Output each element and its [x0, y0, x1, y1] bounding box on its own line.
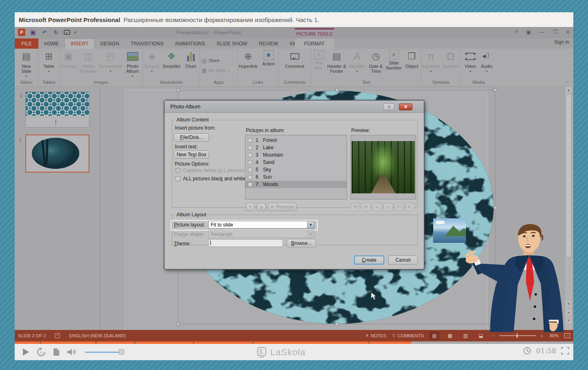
header-footer-button[interactable]: ▤ Header & Footer: [327, 50, 347, 74]
equation-button[interactable]: π Equation: [422, 50, 441, 74]
pictures-in-album-list[interactable]: 1 Forest 2 Lake 3 Mountain 4 Sand 5: [245, 135, 347, 200]
tab-review[interactable]: REVIEW: [253, 38, 284, 49]
date-time-button[interactable]: ◷ Date & Time: [368, 50, 385, 74]
fit-slide-to-window-icon[interactable]: ⁘: [564, 333, 570, 338]
notes-doc-button[interactable]: [53, 348, 60, 356]
brightness-down-button[interactable]: ☀↓: [405, 203, 415, 211]
rotate-right-button[interactable]: ⟳: [361, 203, 371, 211]
play-button[interactable]: [22, 348, 29, 356]
comments-toggle[interactable]: 🗨 COMMENTS: [392, 333, 424, 338]
browse-button[interactable]: Browse...: [287, 239, 316, 247]
forest-checkbox[interactable]: [248, 138, 252, 143]
collapse-ribbon-icon[interactable]: ⌃: [566, 81, 569, 85]
thumbnail-slide-2[interactable]: [25, 135, 89, 173]
picture-layout-dropdown-icon[interactable]: ▼: [307, 221, 314, 228]
resize-handle-top-left[interactable]: [176, 88, 180, 92]
slide-sorter-view-icon[interactable]: ▦: [445, 332, 455, 340]
resize-handle-top-mid[interactable]: [335, 88, 339, 92]
list-item-lake[interactable]: 2 Lake: [245, 144, 347, 151]
wordart-button[interactable]: A WordArt: [348, 50, 367, 74]
remove-button[interactable]: ✕ Remove: [268, 203, 296, 211]
tab-design[interactable]: DESIGN: [95, 38, 125, 49]
rotate-left-button[interactable]: ⟲: [350, 203, 360, 211]
scroll-up-icon[interactable]: ▲: [566, 87, 572, 93]
volume-button[interactable]: [67, 348, 77, 356]
symbol-button[interactable]: Ω Symbol: [441, 50, 460, 69]
chart-button[interactable]: Chart: [182, 50, 200, 69]
save-icon[interactable]: ▣: [29, 29, 37, 36]
zoom-track[interactable]: [499, 335, 536, 336]
captions-checkbox[interactable]: [176, 168, 180, 173]
theme-input[interactable]: |: [208, 239, 283, 247]
mountain-checkbox[interactable]: [248, 153, 252, 157]
resize-handle-bottom-mid[interactable]: [335, 323, 339, 326]
frame-shape-combobox[interactable]: Rectangle ▼: [208, 230, 314, 238]
captions-checkbox-row[interactable]: Captions below ALL pictures: [176, 168, 245, 173]
photo-album-button[interactable]: Photo Album: [122, 50, 143, 79]
pictures-button[interactable]: ▣ Pictures: [60, 50, 77, 69]
resize-handle-mid-right[interactable]: [494, 206, 497, 209]
tab-format[interactable]: FORMAT: [295, 38, 334, 49]
cancel-button[interactable]: Cancel: [388, 256, 418, 265]
resize-handle-bottom-left[interactable]: [176, 323, 180, 326]
tab-home[interactable]: HOME: [38, 38, 65, 49]
normal-view-icon[interactable]: ▤: [430, 332, 439, 340]
list-item-sand[interactable]: 4 Sand: [245, 159, 347, 166]
spellcheck-icon[interactable]: [55, 333, 60, 338]
tab-animations[interactable]: ANIMATIONS: [169, 38, 211, 49]
picture-layout-combobox[interactable]: Fit to slide ▼: [208, 221, 314, 229]
volume-slider-handle[interactable]: [119, 349, 124, 354]
contrast-up-button[interactable]: ◑↑: [372, 203, 382, 211]
new-slide-button[interactable]: ▤ New Slide: [17, 50, 36, 79]
volume-slider[interactable]: [85, 352, 119, 353]
slide-number-button[interactable]: # Slide Number: [385, 50, 403, 70]
dialog-help-button[interactable]: ?: [383, 103, 394, 110]
resize-handle-top-right[interactable]: [494, 88, 497, 92]
online-pictures-button[interactable]: ◫ Online Pictures: [78, 50, 98, 74]
lake-checkbox[interactable]: [248, 146, 252, 150]
shapes-button[interactable]: ◈ Shapes: [143, 50, 161, 74]
woods-checkbox[interactable]: [248, 182, 252, 187]
fullscreen-icon[interactable]: [561, 347, 569, 354]
thumbnail-slide-1[interactable]: |: [25, 92, 89, 128]
language-indicator[interactable]: ENGLISH (NEW ZEALAND): [69, 333, 125, 338]
start-slideshow-icon[interactable]: ▸: [64, 30, 70, 35]
move-down-button[interactable]: ↓: [257, 203, 266, 211]
contrast-down-button[interactable]: ◑↓: [383, 203, 393, 211]
list-item-mountain[interactable]: 3 Mountain: [245, 151, 347, 159]
sign-in-link[interactable]: Sign in: [554, 39, 569, 45]
close-icon[interactable]: ✕: [566, 29, 570, 35]
video-button[interactable]: Video: [463, 50, 478, 74]
create-button[interactable]: Create: [354, 256, 384, 265]
sand-checkbox[interactable]: [248, 160, 252, 165]
brightness-up-button[interactable]: ☀↑: [394, 203, 404, 211]
tab-insert[interactable]: INSERT: [65, 38, 95, 49]
redo-icon[interactable]: ↻: [52, 29, 60, 36]
reading-view-icon[interactable]: ▥: [461, 332, 470, 340]
qat-customize-icon[interactable]: ▾: [74, 30, 76, 34]
help-icon[interactable]: ?: [515, 29, 518, 35]
store-button[interactable]: ▤ Store: [200, 56, 220, 65]
list-item-forest[interactable]: 1 Forest: [245, 137, 347, 144]
list-item-sky[interactable]: 5 Sky: [245, 166, 347, 173]
zoom-in-icon[interactable]: ＋: [539, 333, 544, 339]
action-button[interactable]: ★ Action: [259, 50, 278, 66]
object-button[interactable]: ❐ Object: [403, 50, 421, 69]
zoom-out-icon[interactable]: －: [492, 333, 496, 339]
table-button[interactable]: ⊞ Table: [40, 50, 58, 74]
text-box-button[interactable]: A Text Box: [312, 50, 326, 70]
ribbon-display-icon[interactable]: ▣: [526, 29, 531, 35]
dialog-close-button[interactable]: ✕: [399, 103, 412, 110]
screenshot-button[interactable]: ◰ Screenshot: [99, 50, 122, 74]
restore-icon[interactable]: ❐: [552, 29, 557, 35]
my-apps-button[interactable]: ▦ My Apps ▾: [200, 66, 230, 75]
move-up-button[interactable]: ↑: [246, 203, 255, 211]
zoom-slider[interactable]: － ＋: [492, 333, 544, 339]
notes-toggle[interactable]: ≜ NOTES: [365, 333, 386, 338]
file-disk-button[interactable]: File/Disk...: [174, 133, 209, 141]
tab-slideshow[interactable]: SLIDE SHOW: [211, 38, 253, 49]
zoom-percentage[interactable]: 80%: [550, 333, 559, 338]
undo-icon[interactable]: ↶: [41, 29, 48, 36]
zoom-thumb[interactable]: [517, 334, 518, 338]
audio-button[interactable]: Audio: [479, 50, 494, 74]
